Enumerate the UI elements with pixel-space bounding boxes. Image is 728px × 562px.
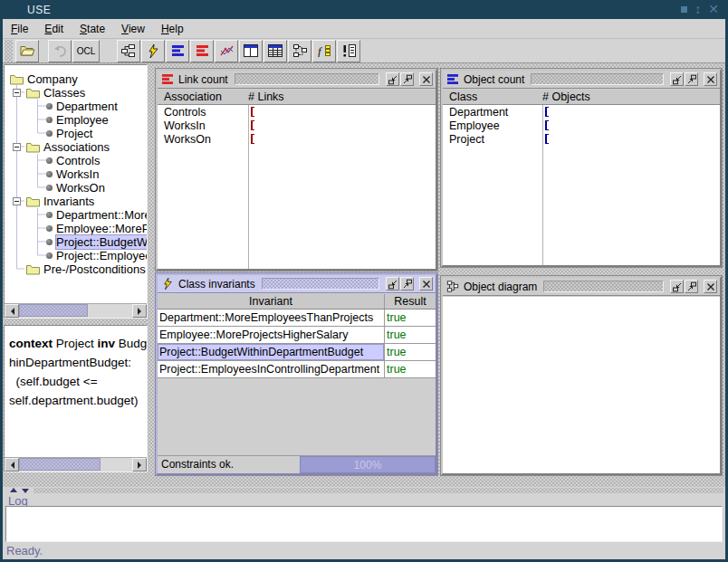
- object-count-button[interactable]: [166, 40, 189, 62]
- scrollbar-track[interactable]: [19, 304, 132, 318]
- table-row[interactable]: Department: [443, 105, 720, 119]
- ocl-horizontal-scrollbar[interactable]: [5, 457, 147, 472]
- link-count-icon: [196, 45, 208, 56]
- window-resize-icon[interactable]: ↕: [694, 3, 701, 15]
- table-row[interactable]: Project: [443, 132, 720, 146]
- tree-item-invariants[interactable]: Invariants: [26, 195, 147, 208]
- object-count-titlebar[interactable]: Object count: [443, 71, 720, 89]
- expand-handle-classes[interactable]: [13, 89, 21, 97]
- frame-drag-area[interactable]: [262, 278, 379, 290]
- tree-item-controls[interactable]: Controls: [46, 154, 147, 167]
- frame-minimize-button[interactable]: [386, 72, 399, 86]
- tree-item-invariant-project-budget[interactable]: Project::BudgetWithinDepartmentBudget: [46, 235, 147, 249]
- frame-minimize-button[interactable]: [670, 280, 684, 293]
- tree-item-company[interactable]: Company: [10, 72, 147, 86]
- expand-handle-invariants[interactable]: [13, 197, 21, 205]
- scroll-right-button[interactable]: [132, 304, 147, 318]
- class-invariants-titlebar[interactable]: Class invariants: [158, 275, 436, 293]
- table-header[interactable]: Invariant Result: [158, 294, 436, 310]
- expand-handle-associations[interactable]: [13, 143, 21, 151]
- command-list-button[interactable]: [337, 40, 360, 62]
- invariant-row[interactable]: Project::EmployeesInControllingDepartmen…: [158, 361, 436, 378]
- window-titlebar[interactable]: USE ↕ ✕: [0, 0, 728, 19]
- collapse-down-icon[interactable]: [22, 489, 29, 493]
- column-association[interactable]: Association: [158, 90, 248, 103]
- tree-item-project[interactable]: Project: [46, 127, 147, 140]
- toolbar-drag-handle[interactable]: [5, 40, 13, 62]
- class-diagram-button[interactable]: [117, 40, 140, 62]
- frame-drag-area[interactable]: [235, 73, 379, 85]
- menu-file[interactable]: File: [3, 21, 36, 37]
- tree-item-classes[interactable]: Classes: [26, 86, 147, 100]
- class-table-button[interactable]: [263, 40, 287, 62]
- frame-close-button[interactable]: [419, 72, 433, 86]
- tree-item-invariant-project-employees[interactable]: Project::EmployeesInControllingDepartmen…: [46, 249, 147, 262]
- frame-maximize-button[interactable]: [685, 280, 698, 293]
- object-diagram-titlebar[interactable]: Object diagram: [443, 278, 720, 296]
- invariant-row-selected[interactable]: Project::BudgetWithinDepartmentBudget tr…: [158, 344, 436, 361]
- frame-maximize-button[interactable]: [685, 72, 698, 86]
- tree-item-department[interactable]: Department: [46, 100, 147, 113]
- table-header[interactable]: Association # Links: [158, 90, 436, 105]
- scroll-left-button[interactable]: [5, 304, 19, 318]
- ocl-expression-button[interactable]: OCL: [72, 40, 100, 62]
- scroll-right-button[interactable]: [132, 458, 147, 472]
- menu-view[interactable]: View: [113, 21, 153, 37]
- expand-up-icon[interactable]: [10, 488, 17, 492]
- tree-item-workson[interactable]: WorksOn: [46, 181, 147, 195]
- menu-help[interactable]: Help: [153, 21, 192, 37]
- log-textarea[interactable]: [5, 506, 723, 542]
- tree-item-worksin[interactable]: WorksIn: [46, 167, 147, 181]
- frame-close-button[interactable]: [704, 280, 717, 293]
- column-invariant[interactable]: Invariant: [158, 294, 384, 309]
- column-links[interactable]: # Links: [248, 90, 284, 103]
- undo-button[interactable]: [48, 40, 72, 62]
- scrollbar-track[interactable]: [19, 458, 132, 472]
- sequence-diagram-button[interactable]: [215, 40, 238, 62]
- column-class[interactable]: Class: [443, 90, 542, 103]
- tree-item-employee[interactable]: Employee: [46, 113, 147, 127]
- result-value: true: [384, 361, 436, 377]
- frame-maximize-button[interactable]: [400, 277, 414, 291]
- column-objects[interactable]: # Objects: [542, 90, 590, 103]
- link-count-titlebar[interactable]: Link count: [158, 71, 436, 89]
- column-result[interactable]: Result: [384, 294, 436, 309]
- frame-maximize-button[interactable]: [400, 72, 414, 86]
- link-count-button[interactable]: [190, 40, 214, 62]
- window-minimize-icon[interactable]: [681, 6, 687, 13]
- open-spec-button[interactable]: [15, 40, 39, 62]
- frame-drag-area[interactable]: [543, 281, 664, 292]
- scroll-left-button[interactable]: [5, 458, 19, 472]
- table-row[interactable]: Controls: [158, 105, 436, 119]
- sequence-chart-icon: [220, 45, 234, 57]
- tree-item-invariant-department[interactable]: Department::MoreEmployeesThanProjects: [46, 208, 147, 222]
- object-properties-button[interactable]: f: [312, 40, 336, 62]
- table-row[interactable]: WorksIn: [158, 119, 436, 132]
- table-row[interactable]: Employee: [443, 119, 720, 132]
- invariant-row[interactable]: Department::MoreEmployeesThanProjects tr…: [158, 310, 436, 327]
- scrollbar-thumb[interactable]: [19, 304, 88, 317]
- invariant-row[interactable]: Employee::MoreProjectsHigherSalary true: [158, 327, 436, 344]
- menu-state[interactable]: State: [72, 21, 113, 37]
- window-close-icon[interactable]: ✕: [708, 3, 719, 15]
- table-header[interactable]: Class # Objects: [443, 90, 720, 105]
- object-count-table: Class # Objects Department Employee Proj…: [443, 90, 720, 265]
- frame-close-button[interactable]: [419, 277, 433, 291]
- menu-edit[interactable]: Edit: [36, 21, 72, 37]
- table-row[interactable]: WorksOn: [158, 132, 436, 146]
- class-extent-button[interactable]: [239, 40, 263, 62]
- left-horizontal-splitter[interactable]: [4, 319, 148, 325]
- tree-item-associations[interactable]: Associations: [26, 140, 147, 154]
- frame-drag-area[interactable]: [531, 73, 664, 85]
- tree-horizontal-scrollbar[interactable]: [5, 303, 147, 318]
- object-diagram-button[interactable]: [288, 40, 311, 62]
- log-splitter[interactable]: [3, 487, 725, 494]
- frame-close-button[interactable]: [704, 72, 717, 86]
- tree-item-invariant-employee[interactable]: Employee::MoreProjectsHigherSalary: [46, 222, 147, 235]
- frame-minimize-button[interactable]: [386, 277, 399, 291]
- scrollbar-thumb[interactable]: [19, 458, 101, 471]
- object-diagram-canvas[interactable]: [443, 297, 720, 473]
- tree-item-pre-postconditions[interactable]: Pre-/Postconditions: [26, 262, 147, 276]
- frame-minimize-button[interactable]: [670, 72, 684, 86]
- check-structure-button[interactable]: [141, 40, 165, 62]
